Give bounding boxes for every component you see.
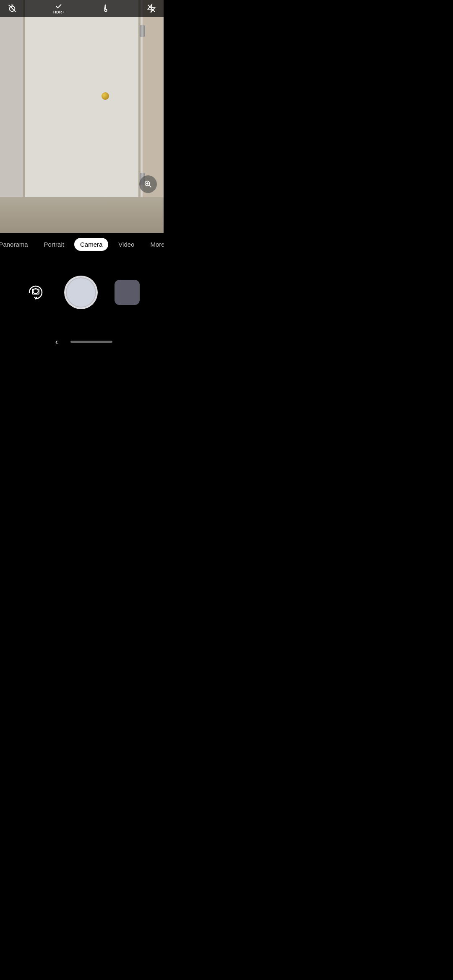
door-scene <box>0 0 164 235</box>
mode-more[interactable]: More <box>144 238 164 251</box>
svg-point-5 <box>104 9 107 12</box>
flip-camera-button[interactable] <box>24 281 47 304</box>
floor <box>0 197 164 235</box>
mode-camera[interactable]: Camera <box>74 238 108 251</box>
home-pill[interactable] <box>70 341 112 343</box>
hdr-label: HDR+ <box>53 10 65 14</box>
svg-line-4 <box>11 8 13 10</box>
mode-portrait[interactable]: Portrait <box>38 238 70 251</box>
status-bar: HDR+ <box>0 0 164 17</box>
door-panel <box>25 2 138 199</box>
zoom-button[interactable] <box>139 175 157 193</box>
flash-off-icon <box>147 4 156 13</box>
door-knob <box>102 92 109 100</box>
svg-line-12 <box>149 185 151 187</box>
mode-video[interactable]: Video <box>112 238 140 251</box>
hdr-plus-badge[interactable]: HDR+ <box>53 3 65 14</box>
nav-bar: ‹ <box>0 329 164 354</box>
camera-viewfinder[interactable] <box>0 0 164 235</box>
last-photo-thumbnail[interactable] <box>115 280 140 305</box>
controls-area <box>0 256 164 329</box>
temperature-icon <box>101 4 110 13</box>
mode-panorama[interactable]: Panorama <box>0 238 34 251</box>
shutter-button[interactable] <box>64 276 98 309</box>
mode-bar: Panorama Portrait Camera Video More <box>0 233 164 256</box>
shutter-inner <box>67 278 95 307</box>
back-button[interactable]: ‹ <box>51 333 62 351</box>
door-hinge-top <box>140 25 145 37</box>
timer-off-icon <box>8 4 17 13</box>
